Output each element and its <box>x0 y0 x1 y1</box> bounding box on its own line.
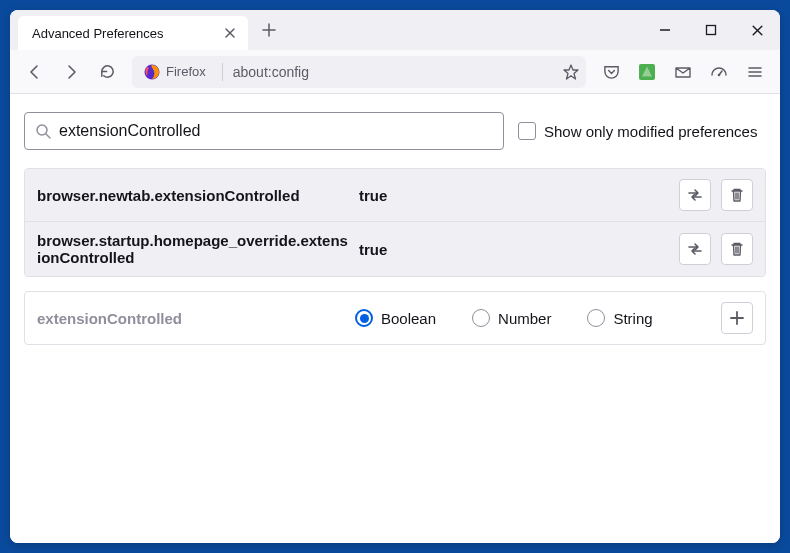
window-controls <box>642 10 780 50</box>
nav-toolbar: Firefox about:config <box>10 50 780 94</box>
radio-label: Boolean <box>381 310 436 327</box>
mail-icon[interactable] <box>666 56 700 88</box>
search-icon <box>35 123 51 139</box>
toggle-button[interactable] <box>679 179 711 211</box>
pref-row[interactable]: browser.startup.homepage_override.extens… <box>25 221 765 276</box>
radio-number[interactable]: Number <box>472 309 551 327</box>
search-input[interactable] <box>59 122 493 140</box>
radio-label: Number <box>498 310 551 327</box>
svg-rect-0 <box>707 26 716 35</box>
close-window-button[interactable] <box>734 10 780 50</box>
extension-icon[interactable] <box>630 56 664 88</box>
pref-value: true <box>359 241 669 258</box>
about-config-content: Show only modified preferences browser.n… <box>10 94 780 543</box>
radio-icon <box>587 309 605 327</box>
minimize-button[interactable] <box>642 10 688 50</box>
search-box[interactable] <box>24 112 504 150</box>
maximize-button[interactable] <box>688 10 734 50</box>
pref-name: browser.startup.homepage_override.extens… <box>37 232 349 266</box>
pocket-button[interactable] <box>594 56 628 88</box>
url-bar[interactable]: Firefox about:config <box>132 56 586 88</box>
titlebar: Advanced Preferences <box>10 10 780 50</box>
forward-button[interactable] <box>54 56 88 88</box>
delete-button[interactable] <box>721 233 753 265</box>
radio-boolean[interactable]: Boolean <box>355 309 436 327</box>
firefox-logo-icon <box>144 64 160 80</box>
back-button[interactable] <box>18 56 52 88</box>
radio-icon <box>355 309 373 327</box>
show-modified-checkbox[interactable]: Show only modified preferences <box>518 122 757 140</box>
radio-icon <box>472 309 490 327</box>
checkbox-icon <box>518 122 536 140</box>
bookmark-star-icon[interactable] <box>562 63 580 81</box>
search-row: Show only modified preferences <box>24 112 766 150</box>
delete-button[interactable] <box>721 179 753 211</box>
radio-string[interactable]: String <box>587 309 652 327</box>
type-radios: Boolean Number String <box>355 309 711 327</box>
tab-advanced-preferences[interactable]: Advanced Preferences <box>18 16 248 50</box>
add-pref-row: extensionControlled Boolean Number Strin… <box>24 291 766 345</box>
app-menu-button[interactable] <box>738 56 772 88</box>
close-tab-icon[interactable] <box>222 25 238 41</box>
separator <box>222 63 223 81</box>
url-text: about:config <box>233 64 556 80</box>
reload-button[interactable] <box>90 56 124 88</box>
pref-value: true <box>359 187 669 204</box>
identity-label: Firefox <box>166 64 206 79</box>
pref-row[interactable]: browser.newtab.extensionControlled true <box>25 169 765 221</box>
toggle-button[interactable] <box>679 233 711 265</box>
tab-title: Advanced Preferences <box>32 26 164 41</box>
preferences-list: browser.newtab.extensionControlled true … <box>24 168 766 277</box>
identity-box[interactable]: Firefox <box>138 59 212 85</box>
add-button[interactable] <box>721 302 753 334</box>
dashboard-icon[interactable] <box>702 56 736 88</box>
new-tab-button[interactable] <box>254 15 284 45</box>
browser-window: Advanced Preferences <box>10 10 780 543</box>
show-modified-label: Show only modified preferences <box>544 123 757 140</box>
radio-label: String <box>613 310 652 327</box>
pref-name: browser.newtab.extensionControlled <box>37 187 349 204</box>
new-pref-name: extensionControlled <box>37 310 345 327</box>
